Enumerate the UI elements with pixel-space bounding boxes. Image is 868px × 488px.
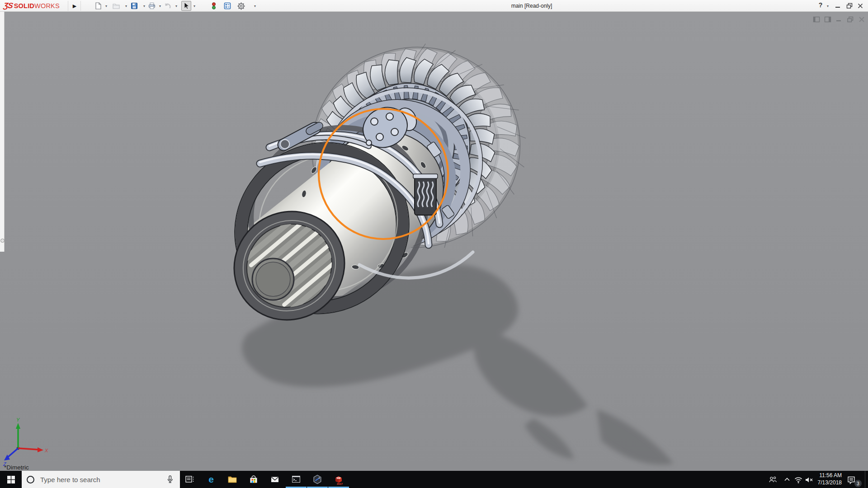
- toolbar-separator: [68, 1, 68, 11]
- cortana-icon: [27, 476, 34, 483]
- file-explorer-icon: [227, 474, 238, 485]
- store-icon: [248, 474, 259, 485]
- save-button[interactable]: [129, 1, 139, 11]
- close-icon: [858, 3, 863, 9]
- edge-glyph: e: [208, 474, 214, 484]
- toolbar-separator: [80, 1, 81, 11]
- taskbar-search[interactable]: Type here to search: [22, 471, 180, 488]
- edrawings-hexagon-icon: [312, 474, 323, 485]
- document-window-controls: [813, 16, 865, 23]
- rebuild-traffic-light-button[interactable]: [209, 1, 219, 11]
- new-document-caret[interactable]: ▾: [105, 4, 107, 8]
- store-button[interactable]: [248, 474, 259, 485]
- feature-manager-sliver[interactable]: [0, 12, 5, 252]
- print-caret[interactable]: ▾: [159, 4, 161, 8]
- title-bar: ƷS SOLID WORKS ▶ ▾ ▾ ▾: [0, 0, 868, 12]
- chevron-up-icon: [783, 475, 792, 484]
- solidworks-logo-mark: ƷS: [3, 1, 14, 10]
- show-desktop-button[interactable]: [865, 471, 868, 488]
- close-button[interactable]: [856, 2, 864, 10]
- select-tool-caret[interactable]: ▾: [193, 4, 195, 8]
- microphone-icon[interactable]: [165, 474, 175, 485]
- triad-y-label: Y: [16, 417, 20, 422]
- windows-logo-icon: [7, 476, 15, 483]
- settings-caret[interactable]: ▾: [254, 4, 256, 8]
- solidworks-logo-text-bold: SOLID: [14, 2, 34, 9]
- command-prompt-button[interactable]: [291, 474, 302, 485]
- people-icon: [768, 475, 778, 485]
- edge-icon: e: [206, 474, 217, 485]
- solidworks-cube-icon: SW 2017: [333, 474, 344, 485]
- clock-time: 11:56 AM: [812, 472, 842, 479]
- spring-actuator[interactable]: [413, 174, 438, 215]
- notification-badge: 3: [854, 480, 862, 487]
- taskbar-clock[interactable]: 11:56 AM 7/13/2018: [812, 472, 842, 486]
- traffic-light-icon: [210, 2, 218, 10]
- panel-expand-button[interactable]: [0, 239, 5, 243]
- document-title: main [Read-only]: [486, 0, 577, 12]
- orientation-triad: Y X Z: [3, 417, 48, 467]
- help-caret[interactable]: ▾: [827, 4, 829, 8]
- clock-date: 7/13/2018: [812, 479, 842, 487]
- edrawings-button[interactable]: [312, 474, 323, 485]
- save-caret[interactable]: ▾: [143, 4, 145, 8]
- minimize-button[interactable]: [834, 2, 842, 10]
- pane-right-icon[interactable]: [824, 16, 831, 23]
- select-cursor-icon: [182, 2, 190, 10]
- triad-x-label: X: [44, 448, 48, 453]
- mail-icon: [269, 474, 280, 485]
- gear-icon: [237, 2, 245, 10]
- engine-model-scene[interactable]: Y X Z: [0, 12, 868, 471]
- restore-icon: [846, 3, 853, 9]
- options-list-icon: [223, 2, 231, 10]
- edge-button[interactable]: e: [206, 474, 217, 485]
- file-explorer-button[interactable]: [227, 474, 238, 485]
- windows-taskbar: Type here to search e: [0, 471, 868, 488]
- tray-overflow-button[interactable]: [783, 475, 792, 486]
- sw-year: 2017: [337, 483, 343, 485]
- search-placeholder: Type here to search: [40, 476, 165, 483]
- save-floppy-icon: [130, 2, 138, 10]
- graphics-viewport[interactable]: Y X Z *Dimetric: [0, 12, 868, 471]
- task-view-button[interactable]: [184, 474, 195, 485]
- new-document-icon: [94, 2, 102, 10]
- window-restore-icon[interactable]: [847, 16, 854, 23]
- task-view-icon: [184, 474, 195, 485]
- open-button[interactable]: [111, 1, 121, 11]
- people-button[interactable]: [768, 475, 778, 487]
- pane-left-icon[interactable]: [813, 16, 820, 23]
- solidworks-logo-text-light: WORKS: [34, 2, 60, 9]
- undo-button[interactable]: [163, 1, 173, 11]
- settings-gear-button[interactable]: [236, 1, 246, 11]
- new-document-button[interactable]: [93, 1, 103, 11]
- view-orientation-label: *Dimetric: [4, 464, 29, 471]
- undo-caret[interactable]: ▾: [175, 4, 177, 8]
- window-minimize-icon[interactable]: [835, 16, 843, 23]
- open-caret[interactable]: ▾: [125, 4, 127, 8]
- mail-button[interactable]: [269, 474, 280, 485]
- start-button[interactable]: [0, 471, 22, 488]
- solidworks-logo: ƷS SOLID WORKS: [4, 0, 60, 12]
- undo-icon: [164, 2, 172, 10]
- restore-button[interactable]: [845, 2, 854, 10]
- window-close-icon[interactable]: [858, 16, 865, 23]
- print-icon: [148, 2, 156, 10]
- command-prompt-icon: [291, 474, 302, 485]
- options-list-button[interactable]: [222, 1, 232, 11]
- minimize-icon: [835, 3, 840, 9]
- wifi-icon: [793, 475, 803, 485]
- sw-label: SW: [336, 477, 341, 479]
- help-button[interactable]: ?: [816, 1, 825, 9]
- solidworks-2017-button[interactable]: SW 2017: [333, 474, 344, 485]
- select-tool-button[interactable]: [181, 1, 191, 11]
- menu-flyout-arrow[interactable]: ▶: [70, 0, 79, 12]
- shaft-hub-face: [256, 262, 290, 296]
- print-button[interactable]: [147, 1, 157, 11]
- open-folder-icon: [112, 2, 120, 10]
- wifi-button[interactable]: [793, 475, 803, 487]
